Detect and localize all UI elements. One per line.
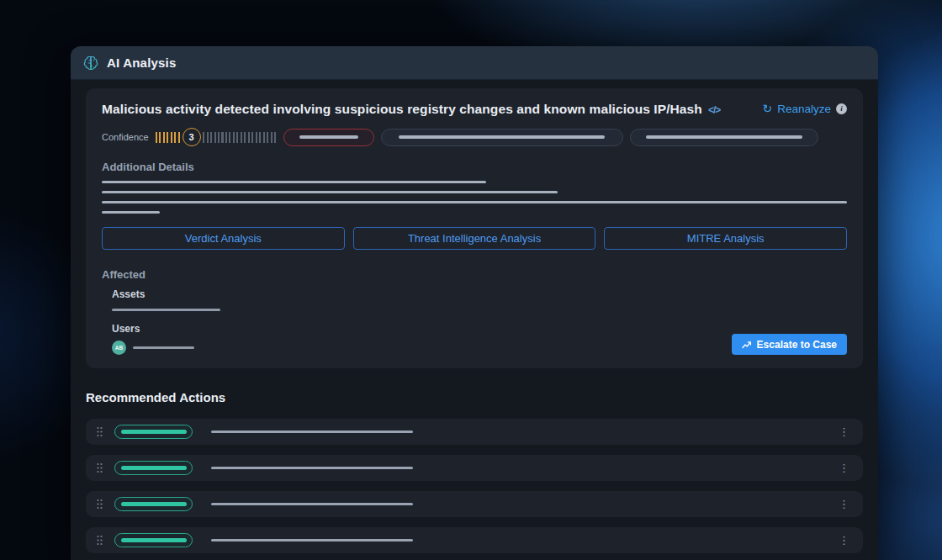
- drag-handle-icon[interactable]: [97, 462, 103, 473]
- info-icon[interactable]: i: [836, 103, 847, 114]
- affected-content: Affected Assets Users AB: [102, 268, 220, 355]
- placeholder-line: [102, 181, 486, 183]
- affected-section: Affected Assets Users AB: [102, 268, 847, 355]
- placeholder-bar: [121, 466, 187, 470]
- placeholder-line: [211, 467, 413, 469]
- action-tag-chip: [114, 425, 193, 439]
- affected-inner: Assets Users AB: [112, 288, 220, 355]
- users-label: Users: [112, 323, 220, 335]
- placeholder-line: [102, 201, 847, 203]
- placeholder-line: [211, 431, 413, 433]
- confidence-ticks-empty: [203, 132, 277, 143]
- verdict-title-group: Malicious activity detected involving su…: [102, 102, 720, 117]
- recommended-actions-list: ⋮ ⋮ ⋮ ⋮: [86, 419, 863, 553]
- row-menu-icon[interactable]: ⋮: [837, 497, 851, 511]
- placeholder-bar: [299, 135, 358, 139]
- confidence-value-badge: 3: [183, 128, 201, 146]
- panel-header: AI Analysis: [71, 46, 878, 80]
- action-tag-chip: [114, 497, 193, 511]
- placeholder-line: [211, 503, 413, 505]
- drag-handle-icon[interactable]: [97, 535, 103, 546]
- assets-label: Assets: [112, 288, 220, 300]
- brain-icon: [82, 55, 99, 71]
- panel-title: AI Analysis: [107, 55, 177, 70]
- redacted-chip-1: [381, 129, 623, 146]
- asset-placeholder-bar: [112, 309, 220, 311]
- confidence-label: Confidence: [102, 132, 149, 142]
- row-menu-icon[interactable]: ⋮: [837, 533, 851, 547]
- action-row: ⋮: [86, 527, 863, 553]
- placeholder-bar: [121, 502, 187, 506]
- action-row: ⋮: [86, 491, 863, 517]
- confidence-meter: 3: [156, 128, 277, 146]
- placeholder-line: [102, 191, 558, 193]
- placeholder-bar: [399, 135, 605, 139]
- additional-details-heading: Additional Details: [102, 161, 847, 173]
- placeholder-line: [211, 539, 413, 542]
- confidence-row: Confidence 3: [102, 128, 847, 146]
- drag-handle-icon[interactable]: [97, 499, 103, 510]
- action-row: ⋮: [86, 455, 863, 481]
- row-menu-icon[interactable]: ⋮: [837, 425, 851, 439]
- verdict-title-row: Malicious activity detected involving su…: [102, 102, 847, 117]
- escalate-to-case-button[interactable]: Escalate to Case: [732, 334, 847, 355]
- user-avatar: AB: [112, 341, 126, 355]
- confidence-ticks-filled: [156, 132, 181, 143]
- refresh-icon: ↻: [762, 102, 772, 115]
- recommended-actions-heading: Recommended Actions: [86, 390, 863, 404]
- action-row: ⋮: [86, 419, 863, 445]
- user-placeholder-bar: [133, 346, 194, 349]
- analysis-card: Malicious activity detected involving su…: [86, 88, 863, 368]
- escalate-icon: [742, 340, 752, 349]
- placeholder-bar: [121, 430, 187, 434]
- placeholder-bar: [646, 135, 802, 139]
- row-menu-icon[interactable]: ⋮: [837, 461, 851, 475]
- affected-heading: Affected: [102, 268, 220, 281]
- redacted-chip-2: [630, 129, 818, 146]
- action-tag-chip: [114, 461, 193, 475]
- user-row: AB: [112, 341, 220, 355]
- drag-handle-icon[interactable]: [97, 426, 103, 437]
- escalate-label: Escalate to Case: [757, 339, 837, 351]
- verdict-analysis-button[interactable]: Verdict Analysis: [102, 227, 345, 250]
- additional-details-section: Additional Details: [102, 161, 847, 214]
- mitre-analysis-button[interactable]: MITRE Analysis: [604, 227, 847, 250]
- analysis-buttons-row: Verdict Analysis Threat Intelligence Ana…: [102, 227, 847, 250]
- code-icon[interactable]: </>: [708, 104, 720, 116]
- placeholder-bar: [121, 538, 187, 542]
- redacted-chip-severity: [283, 129, 374, 146]
- verdict-title: Malicious activity detected involving su…: [102, 102, 702, 116]
- reanalyze-button[interactable]: ↻ Reanalyze i: [762, 102, 847, 115]
- placeholder-line: [102, 211, 160, 214]
- action-tag-chip: [114, 533, 193, 547]
- ai-analysis-panel: AI Analysis Malicious activity detected …: [71, 46, 878, 560]
- threat-intelligence-analysis-button[interactable]: Threat Intelligence Analysis: [353, 227, 596, 250]
- reanalyze-label: Reanalyze: [777, 103, 831, 115]
